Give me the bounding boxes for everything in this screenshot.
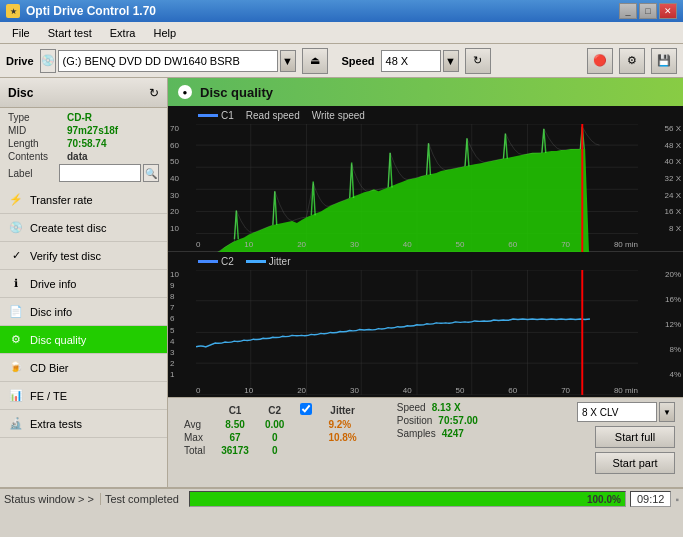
y-axis-right-top: 56 X 48 X 40 X 32 X 24 X 16 X 8 X xyxy=(665,124,681,233)
main-content: Disc ↻ Type CD-R MID 97m27s18f Length 70… xyxy=(0,78,683,487)
mid-value: 97m27s18f xyxy=(67,125,118,136)
y-axis-left-bottom: 10 9 8 7 6 5 4 3 2 1 xyxy=(170,270,179,379)
stats-table: C1 C2 Jitter Avg 8.50 0.00 9.2% xyxy=(176,402,365,457)
samples-label: Samples xyxy=(397,428,436,439)
verify-test-disc-icon: ✓ xyxy=(8,248,24,264)
type-label: Type xyxy=(8,112,63,123)
contents-value: data xyxy=(67,151,88,162)
max-label: Max xyxy=(176,431,213,444)
stats-bar: C1 C2 Jitter Avg 8.50 0.00 9.2% xyxy=(168,397,683,487)
nav-verify-test-disc[interactable]: ✓ Verify test disc xyxy=(0,242,167,270)
create-test-disc-icon: 💿 xyxy=(8,220,24,236)
max-jitter: 10.8% xyxy=(320,431,364,444)
nav-fe-te[interactable]: 📊 FE / TE xyxy=(0,382,167,410)
extra-tests-icon: 🔬 xyxy=(8,416,24,432)
c2-legend: C2 xyxy=(198,256,234,267)
disc-header: Disc ↻ xyxy=(0,78,167,108)
menu-extra[interactable]: Extra xyxy=(102,22,144,43)
start-full-button[interactable]: Start full xyxy=(595,426,675,448)
time-display: 09:12 xyxy=(630,491,672,507)
menu-file[interactable]: File xyxy=(4,22,38,43)
c2-chart-svg xyxy=(196,270,638,395)
sidebar: Disc ↻ Type CD-R MID 97m27s18f Length 70… xyxy=(0,78,168,487)
mid-label: MID xyxy=(8,125,63,136)
chart-bottom-legend: C2 Jitter xyxy=(198,256,290,267)
minimize-button[interactable]: _ xyxy=(619,3,637,19)
max-c1: 67 xyxy=(213,431,257,444)
drive-dropdown[interactable]: (G:) BENQ DVD DD DW1640 BSRB xyxy=(58,50,278,72)
start-part-button[interactable]: Start part xyxy=(595,452,675,474)
avg-jitter: 9.2% xyxy=(320,418,364,431)
app-title: Opti Drive Control 1.70 xyxy=(26,4,156,18)
c1-legend: C1 xyxy=(198,110,234,121)
avg-c2: 0.00 xyxy=(257,418,292,431)
contents-label: Contents xyxy=(8,151,63,162)
nav-items: ⚡ Transfer rate 💿 Create test disc ✓ Ver… xyxy=(0,186,167,438)
c2-legend-color xyxy=(198,260,218,263)
config-button[interactable]: ⚙ xyxy=(619,48,645,74)
drive-dropdown-arrow[interactable]: ▼ xyxy=(280,50,296,72)
drive-bar: Drive 💿 (G:) BENQ DVD DD DW1640 BSRB ▼ ⏏… xyxy=(0,44,683,78)
progress-percent: 100.0% xyxy=(587,492,621,506)
eject-button[interactable]: ⏏ xyxy=(302,48,328,74)
refresh-button[interactable]: ↻ xyxy=(465,48,491,74)
write-speed-legend: Write speed xyxy=(312,110,365,121)
status-bar: Status window > > Test completed 100.0% … xyxy=(0,487,683,509)
nav-disc-quality[interactable]: ⚙ Disc quality xyxy=(0,326,167,354)
nav-create-test-disc[interactable]: 💿 Create test disc xyxy=(0,214,167,242)
speed-label: Speed xyxy=(342,55,375,67)
maximize-button[interactable]: □ xyxy=(639,3,657,19)
chart-top: C1 Read speed Write speed xyxy=(168,106,683,252)
disc-refresh-button[interactable]: ↻ xyxy=(149,86,159,100)
status-window-text: Status window > > xyxy=(4,493,101,505)
right-panel: ● Disc quality C1 Read speed Write speed xyxy=(168,78,683,487)
save-button[interactable]: 💾 xyxy=(651,48,677,74)
panel-title: Disc quality xyxy=(200,85,273,100)
label-input-field[interactable] xyxy=(59,164,140,182)
total-c2: 0 xyxy=(257,444,292,457)
max-c2: 0 xyxy=(257,431,292,444)
title-bar-left: ★ Opti Drive Control 1.70 xyxy=(6,4,156,18)
disc-quality-icon: ⚙ xyxy=(8,332,24,348)
nav-transfer-rate[interactable]: ⚡ Transfer rate xyxy=(0,186,167,214)
read-speed-legend: Read speed xyxy=(246,110,300,121)
disc-info: Type CD-R MID 97m27s18f Length 70:58.74 … xyxy=(0,108,167,186)
position-value: 70:57.00 xyxy=(438,415,477,426)
length-value: 70:58.74 xyxy=(67,138,106,149)
menu-start-test[interactable]: Start test xyxy=(40,22,100,43)
label-search-button[interactable]: 🔍 xyxy=(143,164,159,182)
nav-disc-info[interactable]: 📄 Disc info xyxy=(0,298,167,326)
nav-drive-info[interactable]: ℹ Drive info xyxy=(0,270,167,298)
drive-label: Drive xyxy=(6,55,34,67)
close-button[interactable]: ✕ xyxy=(659,3,677,19)
menu-help[interactable]: Help xyxy=(145,22,184,43)
clv-dropdown-arrow[interactable]: ▼ xyxy=(659,402,675,422)
clv-dropdown[interactable]: 8 X CLV xyxy=(577,402,657,422)
c1-legend-color xyxy=(198,114,218,117)
label-row: Label 🔍 xyxy=(8,164,159,182)
progress-bar-container: 100.0% xyxy=(189,491,626,507)
x-axis-top: 0 10 20 30 40 50 60 70 80 min xyxy=(196,240,638,249)
settings-button[interactable]: 🔴 xyxy=(587,48,613,74)
fe-te-icon: 📊 xyxy=(8,388,24,404)
chart-area: C1 Read speed Write speed xyxy=(168,106,683,397)
jitter-header: Jitter xyxy=(320,402,364,418)
menu-bar: File Start test Extra Help xyxy=(0,22,683,44)
c1-header: C1 xyxy=(213,402,257,418)
c2-legend-label: C2 xyxy=(221,256,234,267)
chart-bottom: C2 Jitter xyxy=(168,252,683,397)
y-axis-left-top: 70 60 50 40 30 20 10 xyxy=(170,124,179,233)
nav-extra-tests[interactable]: 🔬 Extra tests xyxy=(0,410,167,438)
speed-dropdown[interactable]: 48 X xyxy=(381,50,441,72)
position-row: Position 70:57.00 xyxy=(397,415,478,426)
speed-row: Speed 8.13 X xyxy=(397,402,478,413)
app-icon: ★ xyxy=(6,4,20,18)
speed-dropdown-arrow[interactable]: ▼ xyxy=(443,50,459,72)
length-label: Length xyxy=(8,138,63,149)
nav-cd-bier[interactable]: 🍺 CD Bier xyxy=(0,354,167,382)
right-controls: 8 X CLV ▼ Start full Start part xyxy=(577,402,675,474)
title-bar: ★ Opti Drive Control 1.70 _ □ ✕ xyxy=(0,0,683,22)
speed-value: 8.13 X xyxy=(432,402,461,413)
jitter-checkbox[interactable] xyxy=(300,403,312,415)
avg-c1: 8.50 xyxy=(213,418,257,431)
